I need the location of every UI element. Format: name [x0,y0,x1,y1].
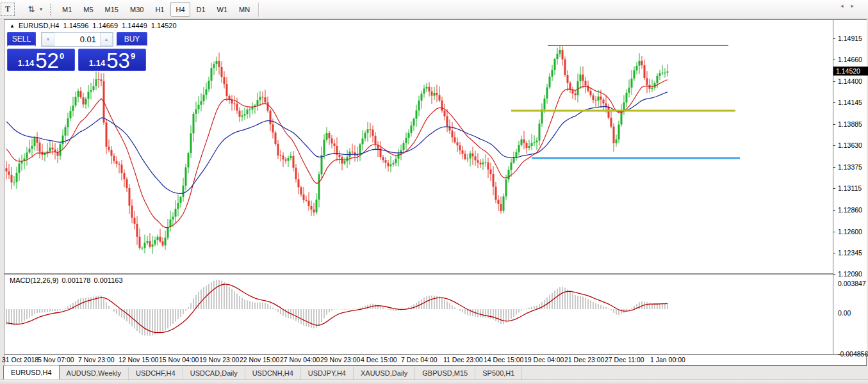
price-tick-mark [833,167,835,168]
price-tick-label: 1.13115 [838,184,862,192]
price-tick-mark [833,81,835,82]
buy-price-display[interactable]: 1.14 53 9 [78,49,146,71]
time-axis-label: 29 Nov 23:00 [320,356,360,364]
chart-tab-eurusd[interactable]: EURUSD,H4 [3,365,60,380]
timeframe-button-m30[interactable]: M30 [125,2,149,17]
macd-axis-label-zero: 0.00 [838,309,851,317]
tab-scroll-right-icon[interactable]: ▸ [851,3,862,9]
timeframe-button-mn[interactable]: MN [234,2,255,17]
chart-tab-usdcad[interactable]: USDCAD,Daily [183,367,245,380]
time-axis-label: 21 Dec 23:00 [564,356,604,364]
price-tick-label: 1.14145 [838,99,862,106]
price-tick-label: 1.12600 [838,228,862,236]
chart-tab-xauusd[interactable]: XAUUSD,Daily [354,367,415,380]
price-tick-label: 1.12860 [838,206,862,214]
macd-axis-label-top: 0.003847 [838,280,866,287]
time-axis-label: 19 Nov 23:00 [199,356,239,364]
price-axis[interactable]: 1.149151.146601.144001.141451.138851.136… [833,20,867,354]
price-tick-label: 1.14660 [838,56,862,63]
time-axis-label: 1 Jan 00:00 [650,356,685,364]
current-price-tag: 1.14520 [833,67,868,76]
price-tick-label: 1.12090 [838,270,862,278]
timeframe-toolbar: T ⇅ ▾ M1M5M15M30H1H4D1W1MN [0,0,868,19]
time-axis-label: 22 Nov 15:00 [240,356,279,364]
time-axis-label: 5 Nov 07:00 [38,356,74,364]
time-axis-label: 14 Dec 15:00 [484,356,523,364]
timeframe-buttons: M1M5M15M30H1H4D1W1MN [56,2,256,17]
sell-price-big: 52 [35,52,59,69]
volume-field[interactable]: 0.01 [54,33,100,46]
buy-button[interactable]: BUY [117,32,147,47]
ohlc-low: 1.14449 [122,22,147,29]
sell-button[interactable]: SELL [7,32,36,47]
time-axis-label: 7 Nov 23:00 [78,356,115,364]
chart-tab-bar: EURUSD,H4AUDUSD,WeeklyUSDCHF,H4USDCAD,Da… [0,366,868,380]
chart-tab-audusd[interactable]: AUDUSD,Weekly [60,367,129,380]
buy-price-base: 1.14 [89,59,105,67]
one-click-trading-panel: SELL ▼ 0.01 ▲ BUY 1.14 52 0 1.14 53 9 [7,32,147,71]
time-axis-label: 27 Nov 04:00 [280,356,320,364]
sell-price-display[interactable]: 1.14 52 0 [7,49,75,71]
time-axis-label: 12 Nov 15:00 [119,356,158,364]
price-tick-mark [833,253,835,253]
chart-title: ▲ EURUSD,H4 1.14596 1.14669 1.14449 1.14… [10,22,177,29]
price-tick-mark [833,232,835,232]
chart-tab-usdchf[interactable]: USDCHF,H4 [129,367,183,380]
chevron-down-icon[interactable]: ▾ [40,6,42,12]
price-tick-mark [833,124,835,125]
sort-arrows-icon[interactable]: ⇅ [25,3,38,16]
buy-price-sup: 9 [131,52,135,60]
time-axis-label: 19 Dec 04:00 [524,356,564,364]
chart-window: ▲ EURUSD,H4 1.14596 1.14669 1.14449 1.14… [4,19,867,366]
time-axis-label: 15 Nov 04:00 [159,356,199,364]
time-axis[interactable]: 31 Oct 20185 Nov 07:007 Nov 23:0012 Nov … [4,355,866,365]
status-strip [0,380,868,384]
time-axis-label: 4 Dec 15:00 [361,356,397,364]
tab-scroll-arrows: ◂▸ [840,3,862,9]
macd-axis-label-bottom: -0.004856 [838,350,868,358]
price-tick-label: 1.14400 [838,77,862,85]
ohlc-close: 1.14520 [151,22,177,29]
collapse-panel-icon[interactable]: ▲ [10,23,15,29]
ohlc-high: 1.14669 [92,22,118,29]
price-tick-mark [833,145,835,146]
volume-stepper: ▼ 0.01 ▲ [41,32,113,47]
macd-canvas[interactable] [5,275,833,354]
chart-tab-usdcnh[interactable]: USDCNH,H4 [245,367,301,380]
timeframe-button-w1[interactable]: W1 [212,2,233,17]
timeframe-button-m15[interactable]: M15 [100,2,124,17]
time-axis-label: 7 Dec 04:00 [401,356,438,364]
sell-price-base: 1.14 [18,59,34,67]
price-tick-mark [833,102,835,103]
timeframe-button-m5[interactable]: M5 [78,2,98,17]
volume-increase-button[interactable]: ▲ [100,33,113,46]
price-tick-mark [833,38,835,39]
price-tick-mark [833,60,835,60]
timeframe-button-h4[interactable]: H4 [170,2,190,17]
price-tick-label: 1.12345 [838,249,862,257]
buy-price-big: 53 [106,52,130,69]
toolbar-drag-handle[interactable] [49,3,53,16]
chart-tab-sp500[interactable]: SP500,H1 [475,367,522,380]
macd-value-signal: 0.001163 [94,276,123,284]
price-tick-label: 1.13885 [838,120,862,128]
price-tick-label: 1.14915 [838,35,862,42]
toolbar-separator [258,3,259,17]
macd-label: MACD(12,26,9) 0.001178 0.001163 [10,276,123,284]
tab-scroll-left-icon[interactable]: ◂ [840,3,851,9]
chart-tab-usdjpy[interactable]: USDJPY,H4 [301,367,354,380]
price-tick-label: 1.13630 [838,141,862,149]
timeframe-button-m1[interactable]: M1 [57,2,77,17]
macd-value-main: 0.001178 [61,276,90,284]
sell-price-sup: 0 [60,52,64,60]
macd-name: MACD(12,26,9) [10,276,58,284]
volume-decrease-button[interactable]: ▼ [42,33,54,46]
chart-tab-gbpusd[interactable]: GBPUSD,M15 [415,367,475,380]
price-tick-mark [833,210,835,211]
price-tick-mark [833,188,835,189]
timeframe-button-d1[interactable]: D1 [192,2,211,17]
timeframe-button-h1[interactable]: H1 [150,2,169,17]
price-tick-label: 1.13375 [838,163,862,171]
ohlc-open: 1.14596 [63,22,89,29]
text-tool-icon[interactable]: T [1,3,15,16]
